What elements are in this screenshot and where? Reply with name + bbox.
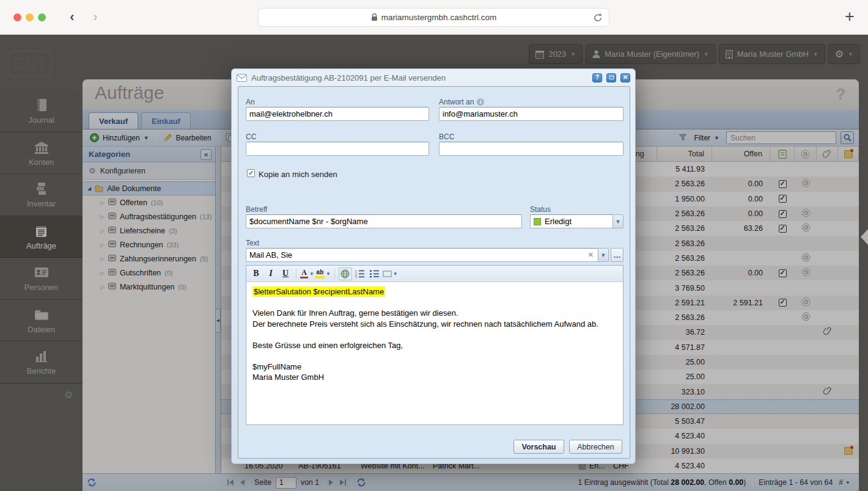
status-value: Erledigt	[545, 217, 572, 226]
preview-button[interactable]: Vorschau	[513, 440, 564, 454]
text-template-combo[interactable]: Mail AB, Sie ✕ ▼ …	[246, 248, 623, 262]
chevron-down-icon: ▼	[309, 271, 314, 277]
editor-line	[252, 351, 617, 362]
cancel-button[interactable]: Abbrechen	[569, 440, 622, 454]
editor-line	[252, 297, 617, 308]
dialog-maximize-button[interactable]	[606, 73, 616, 82]
dialog-title: Auftragsbestätigung AB-2102091 per E-Mai…	[251, 73, 588, 82]
close-window-button[interactable]	[13, 13, 21, 21]
url-text: mariamustergmbh.cashctrl.com	[381, 13, 496, 22]
status-dropdown-trigger[interactable]: ▼	[612, 214, 623, 228]
to-label: An	[246, 98, 255, 106]
new-tab-button[interactable]: +	[841, 7, 858, 26]
editor-line: $letterSalutation $recipientLastName	[252, 286, 617, 297]
clear-icon[interactable]: ✕	[587, 251, 595, 259]
subject-field[interactable]	[246, 214, 522, 228]
dialog-close-button[interactable]: ✕	[620, 73, 630, 82]
font-color-button[interactable]: A ▼	[300, 267, 314, 280]
to-field[interactable]	[246, 107, 429, 121]
subject-label: Betreff	[246, 205, 267, 214]
mail-icon	[237, 74, 247, 82]
ordered-list-icon: 123	[355, 269, 365, 278]
reload-icon[interactable]	[592, 12, 603, 23]
zoom-window-button[interactable]	[38, 13, 46, 21]
chevron-down-icon: ▼	[393, 271, 398, 277]
insert-frame-button[interactable]: ▼	[383, 267, 398, 280]
editor-line: Beste Grüsse und einen erfolgreichen Tag…	[252, 340, 617, 351]
editor-line: Maria Muster GmbH	[252, 372, 617, 383]
editor-toolbar: B I U A ▼ ab ▼	[246, 266, 623, 282]
text-template-value: Mail AB, Sie	[249, 250, 292, 260]
dialog-body: An Antwort ani CC BCC ✓ Kopie an mich se…	[238, 86, 630, 459]
frame-icon	[383, 271, 392, 277]
minimize-window-button[interactable]	[26, 13, 34, 21]
chevron-down-icon: ▼	[326, 271, 331, 277]
status-color-swatch	[534, 218, 541, 225]
info-icon: i	[477, 98, 484, 106]
ordered-list-button[interactable]: 123	[353, 267, 367, 280]
screen: ‹ › mariamustergmbh.cashctrl.com + ENT 2…	[0, 0, 868, 491]
bullet-list-button[interactable]	[368, 267, 381, 280]
editor-content[interactable]: $letterSalutation $recipientLastName Vie…	[246, 282, 623, 424]
highlight-button[interactable]: ab ▼	[315, 267, 331, 280]
editor-line: Vielen Dank für Ihren Auftrag, gerne bes…	[252, 308, 617, 319]
browser-back-button[interactable]: ‹	[64, 9, 81, 26]
insert-link-button[interactable]	[339, 267, 352, 280]
lock-icon	[371, 13, 378, 21]
italic-button[interactable]: I	[264, 267, 278, 280]
replyto-field[interactable]	[439, 107, 623, 121]
email-dialog: Auftragsbestätigung AB-2102091 per E-Mai…	[231, 68, 636, 464]
editor-line: Der berechnete Preis versteht sich als E…	[252, 319, 617, 330]
rich-text-editor: B I U A ▼ ab ▼	[246, 265, 623, 425]
window-controls	[13, 13, 46, 21]
bcc-field[interactable]	[439, 142, 623, 156]
dialog-titlebar[interactable]: Auftragsbestätigung AB-2102091 per E-Mai…	[232, 69, 635, 86]
bullet-list-icon	[370, 269, 380, 278]
copy-to-me-label: Kopie an mich senden	[259, 170, 337, 179]
browser-forward-button[interactable]: ›	[87, 9, 104, 26]
bold-button[interactable]: B	[249, 267, 263, 280]
replyto-label: Antwort ani	[439, 98, 484, 106]
bcc-label: BCC	[439, 133, 454, 141]
status-label: Status	[530, 205, 551, 214]
underline-button[interactable]: U	[279, 267, 292, 280]
text-more-button[interactable]: …	[611, 248, 623, 262]
dialog-help-button[interactable]: ?	[592, 73, 602, 82]
editor-line: $myFullName	[252, 362, 617, 373]
browser-chrome: ‹ › mariamustergmbh.cashctrl.com +	[0, 0, 868, 35]
app-background: ENT 2023 ▼ Maria Muster (Eigentümer) ▼ M…	[0, 35, 868, 491]
text-dropdown-trigger[interactable]: ▼	[598, 248, 609, 262]
status-combo[interactable]: Erledigt ▼	[530, 214, 623, 228]
address-bar[interactable]: mariamustergmbh.cashctrl.com	[258, 8, 609, 27]
globe-icon	[340, 269, 350, 278]
cc-field[interactable]	[246, 142, 429, 156]
svg-text:3: 3	[355, 275, 357, 278]
copy-to-me-checkbox[interactable]: ✓	[247, 169, 255, 177]
cc-label: CC	[246, 133, 256, 141]
editor-line	[252, 329, 617, 340]
text-template-label: Text	[246, 239, 259, 247]
